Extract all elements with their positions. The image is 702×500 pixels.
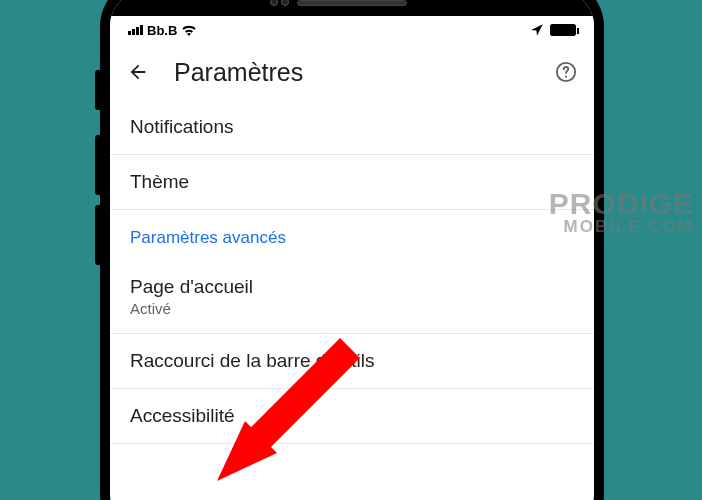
arrow-left-icon — [127, 61, 149, 83]
wifi-icon — [181, 24, 197, 36]
item-homepage[interactable]: Page d'accueil Activé — [110, 260, 594, 334]
side-button — [95, 70, 100, 110]
speaker-icon — [297, 0, 407, 6]
item-label: Accessibilité — [130, 405, 574, 427]
item-label: Raccourci de la barre d'outils — [130, 350, 574, 372]
battery-icon — [550, 24, 576, 36]
settings-list: Notifications Thème Paramètres avancés P… — [110, 100, 594, 444]
camera-icon — [270, 0, 290, 8]
carrier-label: Bb.B — [147, 23, 177, 38]
screen: Bb.B Paramètres Notifications Thème — [110, 0, 594, 500]
side-button — [95, 135, 100, 195]
item-label: Page d'accueil — [130, 276, 574, 298]
help-button[interactable] — [554, 60, 578, 84]
notch — [110, 0, 594, 16]
app-bar: Paramètres — [110, 44, 594, 100]
item-label: Notifications — [130, 116, 574, 138]
location-icon — [530, 23, 544, 37]
item-sublabel: Activé — [130, 300, 574, 317]
page-title: Paramètres — [174, 58, 530, 87]
item-accessibility[interactable]: Accessibilité — [110, 389, 594, 444]
item-theme[interactable]: Thème — [110, 155, 594, 210]
help-icon — [555, 61, 577, 83]
section-advanced: Paramètres avancés — [110, 210, 594, 260]
side-button — [95, 205, 100, 265]
signal-icon — [128, 25, 143, 35]
item-label: Thème — [130, 171, 574, 193]
item-toolbar-shortcut[interactable]: Raccourci de la barre d'outils — [110, 334, 594, 389]
item-notifications[interactable]: Notifications — [110, 100, 594, 155]
svg-point-1 — [565, 75, 567, 77]
status-bar: Bb.B — [110, 16, 594, 44]
phone-frame: Bb.B Paramètres Notifications Thème — [100, 0, 604, 500]
back-button[interactable] — [126, 60, 150, 84]
